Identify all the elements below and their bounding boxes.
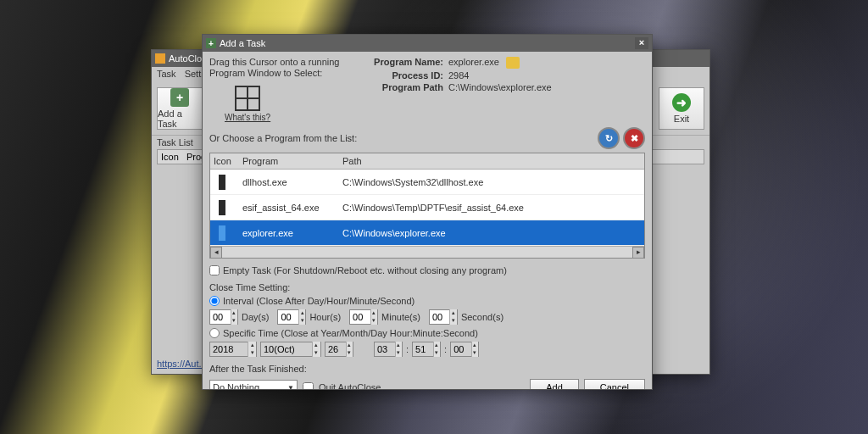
col-header-program[interactable]: Program bbox=[239, 153, 339, 169]
program-path-value: C:\Windows\explorer.exe bbox=[448, 82, 552, 92]
exit-button[interactable]: ➜ Exit bbox=[659, 87, 704, 130]
empty-task-label: Empty Task (For Shutdown/Reboot etc. wit… bbox=[223, 265, 507, 275]
col-header-path[interactable]: Path bbox=[339, 153, 644, 169]
month-input[interactable] bbox=[261, 344, 312, 354]
day-unit: Day(s) bbox=[242, 312, 269, 322]
folder-icon[interactable] bbox=[506, 57, 520, 69]
close-time-title: Close Time Setting: bbox=[209, 282, 645, 292]
day2-spinner[interactable]: ▴▾ bbox=[325, 342, 353, 357]
crosshair-target[interactable] bbox=[235, 86, 260, 111]
exit-icon: ➜ bbox=[672, 93, 691, 112]
app-icon bbox=[155, 53, 165, 64]
quit-checkbox[interactable] bbox=[303, 382, 314, 389]
add-button[interactable]: Add bbox=[530, 379, 579, 389]
interval-label: Interval (Close After Day/Hour/Minute/Se… bbox=[223, 296, 415, 306]
cancel-button[interactable]: Cancel bbox=[584, 379, 645, 389]
choose-label: Or Choose a Program from the List: bbox=[209, 133, 594, 143]
program-icon bbox=[219, 225, 225, 241]
specific-radio[interactable] bbox=[209, 328, 220, 338]
program-path-label: Program Path bbox=[362, 82, 443, 92]
plus-icon: + bbox=[170, 88, 189, 107]
minute-input[interactable] bbox=[350, 312, 370, 322]
refresh-button[interactable]: ↻ bbox=[598, 127, 620, 149]
whats-this-link[interactable]: What's this? bbox=[225, 113, 362, 122]
minute-unit: Minute(s) bbox=[381, 312, 420, 322]
add-icon: + bbox=[206, 38, 216, 48]
program-list: Icon Program Path dllhost.exeC:\Windows\… bbox=[209, 153, 645, 259]
day2-input[interactable] bbox=[326, 344, 346, 354]
menu-task[interactable]: Task bbox=[157, 69, 176, 81]
minute-spinner[interactable]: ▴▾ bbox=[349, 309, 378, 325]
program-name: dllhost.exe bbox=[239, 175, 339, 190]
second-spinner[interactable]: ▴▾ bbox=[429, 309, 458, 325]
day-spinner[interactable]: ▴▾ bbox=[209, 309, 238, 325]
program-list-header: Icon Program Path bbox=[210, 153, 644, 170]
modal-title: Add a Task bbox=[220, 38, 265, 48]
close-icon[interactable]: × bbox=[635, 37, 648, 49]
program-name: esif_assist_64.exe bbox=[239, 200, 339, 215]
col-header-icon[interactable]: Icon bbox=[210, 153, 239, 169]
program-name: explorer.exe bbox=[239, 225, 339, 241]
scroll-left-icon[interactable]: ◂ bbox=[210, 247, 222, 259]
process-id-value: 2984 bbox=[448, 70, 469, 81]
program-path: C:\Windows\explorer.exe bbox=[339, 225, 644, 241]
second2-input[interactable] bbox=[451, 344, 471, 354]
year-input[interactable] bbox=[210, 344, 248, 354]
hour-input[interactable] bbox=[278, 312, 298, 322]
program-name-label: Program Name: bbox=[362, 57, 443, 69]
minute2-input[interactable] bbox=[413, 344, 433, 354]
program-path: C:\Windows\System32\dllhost.exe bbox=[339, 175, 644, 190]
program-row[interactable]: explorer.exeC:\Windows\explorer.exe bbox=[210, 220, 644, 246]
col-icon[interactable]: Icon bbox=[161, 152, 186, 162]
status-link[interactable]: https://Aut... bbox=[157, 359, 207, 369]
process-id-label: Process ID: bbox=[362, 70, 443, 81]
specific-label: Specific Time (Close at Year/Month/Day H… bbox=[223, 328, 478, 338]
month-spinner[interactable]: ▴▾ bbox=[260, 342, 321, 357]
scroll-right-icon[interactable]: ▸ bbox=[632, 247, 644, 259]
program-row[interactable]: dllhost.exeC:\Windows\System32\dllhost.e… bbox=[210, 170, 644, 195]
after-action-value: Do Nothing bbox=[213, 382, 259, 389]
program-row[interactable]: esif_assist_64.exeC:\Windows\Temp\DPTF\e… bbox=[210, 195, 644, 220]
second-unit: Second(s) bbox=[461, 312, 504, 322]
hour2-spinner[interactable]: ▴▾ bbox=[374, 342, 403, 357]
second-input[interactable] bbox=[430, 312, 450, 322]
horizontal-scrollbar[interactable]: ◂ ▸ bbox=[210, 246, 644, 258]
year-spinner[interactable]: ▴▾ bbox=[209, 342, 257, 357]
drag-hint: Drag this Cursor onto a running Program … bbox=[209, 57, 362, 79]
chevron-down-icon: ▼ bbox=[287, 384, 294, 389]
after-title: After the Task Finished: bbox=[209, 364, 645, 374]
hour2-input[interactable] bbox=[375, 344, 395, 354]
minute2-spinner[interactable]: ▴▾ bbox=[412, 342, 441, 357]
program-path: C:\Windows\Temp\DPTF\esif_assist_64.exe bbox=[339, 200, 644, 215]
quit-label: Quit AutoClose bbox=[319, 382, 381, 389]
second2-spinner[interactable]: ▴▾ bbox=[450, 342, 479, 357]
modal-titlebar[interactable]: + Add a Task × bbox=[203, 35, 652, 52]
add-task-button[interactable]: + Add a Task bbox=[157, 87, 203, 130]
day-input[interactable] bbox=[210, 312, 231, 322]
empty-task-checkbox[interactable] bbox=[209, 265, 220, 275]
interval-radio[interactable] bbox=[209, 296, 220, 306]
after-action-combo[interactable]: Do Nothing ▼ bbox=[209, 380, 298, 389]
hour-spinner[interactable]: ▴▾ bbox=[277, 309, 306, 325]
program-icon bbox=[219, 200, 225, 215]
stop-button[interactable]: ✖ bbox=[623, 127, 645, 149]
exit-label: Exit bbox=[674, 114, 689, 124]
add-task-dialog: + Add a Task × Drag this Cursor onto a r… bbox=[202, 34, 653, 390]
hour-unit: Hour(s) bbox=[309, 312, 341, 322]
add-task-label: Add a Task bbox=[158, 108, 202, 129]
program-icon bbox=[219, 175, 225, 190]
program-name-value: explorer.exe bbox=[448, 57, 499, 69]
